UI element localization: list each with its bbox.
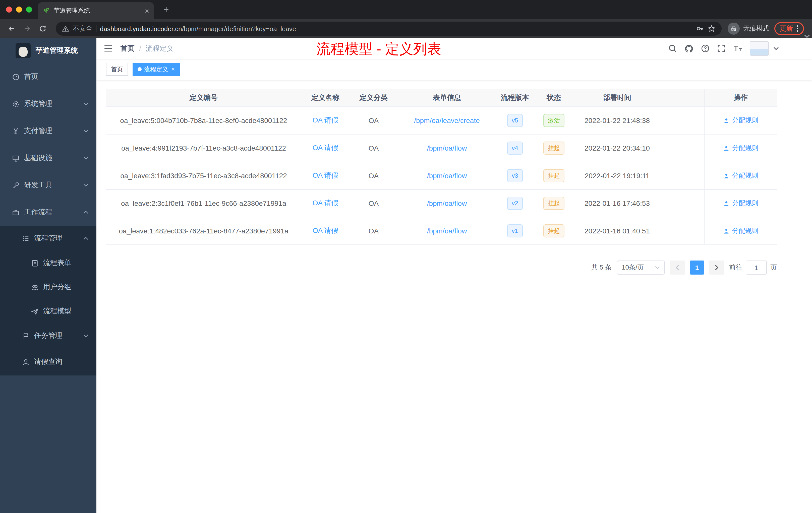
fullscreen-icon[interactable] (717, 44, 726, 53)
sidebar-item-label: 基础设施 (24, 154, 52, 163)
cell-definition-id: oa_leave:1:482ec033-762a-11ec-8477-a2380… (106, 217, 301, 244)
sidebar-item-payment[interactable]: 支付管理 (0, 117, 96, 145)
sidebar-item-workflow[interactable]: 工作流程 (0, 199, 96, 226)
logo-avatar (16, 43, 31, 58)
search-icon[interactable] (668, 44, 677, 53)
page-content: 定义编号 定义名称 定义分类 表单信息 流程版本 状态 部署时间 操作 oa_l… (96, 80, 812, 513)
sidebar-item-user-group[interactable]: 用户分组 (0, 275, 96, 299)
sidebar-item-process-model[interactable]: 流程模型 (0, 299, 96, 323)
assign-rule-link[interactable]: 分配规则 (723, 116, 758, 125)
toolbar-overflow-chevron-icon[interactable] (804, 34, 810, 38)
tab-close-icon[interactable]: × (145, 7, 149, 14)
assign-rule-link[interactable]: 分配规则 (723, 144, 758, 153)
browser-menu-dots-icon[interactable] (796, 25, 799, 33)
sidebar-item-task-management[interactable]: 任务管理 (0, 323, 96, 349)
window-minimize-button[interactable] (16, 6, 22, 12)
sidebar-item-devtools[interactable]: 研发工具 (0, 172, 96, 199)
table-row: oa_leave:1:482ec033-762a-11ec-8477-a2380… (106, 217, 777, 245)
tag-process-definition[interactable]: 流程定义 × (133, 63, 180, 76)
main-area: 首页 / 流程定义 流程模型 - 定义列表 (96, 38, 812, 513)
sidebar-item-label: 系统管理 (24, 99, 52, 109)
definition-name-link[interactable]: OA 请假 (313, 116, 339, 125)
password-key-icon[interactable] (696, 25, 704, 33)
bookmark-star-icon[interactable] (707, 25, 716, 33)
incognito-icon (728, 23, 740, 35)
sidebar-logo[interactable]: 芋道管理系统 (0, 38, 96, 63)
tag-label: 首页 (111, 65, 123, 73)
form-link[interactable]: /bpm/oa/flow (427, 144, 467, 152)
forward-button[interactable] (21, 22, 34, 35)
help-icon[interactable] (701, 44, 709, 53)
form-link[interactable]: /bpm/oa/flow (427, 227, 467, 235)
table-header-row: 定义编号 定义名称 定义分类 表单信息 流程版本 状态 部署时间 操作 (106, 89, 777, 107)
breadcrumb-home[interactable]: 首页 (120, 44, 135, 53)
version-badge: v5 (507, 114, 522, 127)
url-path: /bpm/manager/definition?key=oa_leave (182, 25, 296, 32)
form-link[interactable]: /bpm/oa/leave/create (414, 117, 480, 124)
avatar-caret-down-icon[interactable] (773, 47, 779, 50)
form-link[interactable]: /bpm/oa/flow (427, 172, 467, 180)
pagination-next-button[interactable] (709, 261, 724, 275)
github-icon[interactable] (685, 44, 694, 53)
assign-rule-link[interactable]: 分配规则 (723, 227, 758, 235)
cell-definition-id: oa_leave:2:3c1f0ef1-76b1-11ec-9c66-a2380… (106, 190, 301, 217)
cell-category: OA (349, 217, 398, 244)
pagination: 共 5 条 10条/页 1 前往 (96, 261, 777, 275)
column-header-form: 表单信息 (398, 89, 496, 107)
sidebar-item-process-form[interactable]: 流程表单 (0, 251, 96, 275)
users-icon (31, 283, 39, 291)
window-close-button[interactable] (6, 6, 12, 12)
cell-category: OA (349, 134, 398, 162)
sidebar-item-leave-query[interactable]: 请假查询 (0, 349, 96, 375)
cell-spacer (660, 162, 704, 189)
browser-tab[interactable]: 芋道管理系统 × (38, 2, 154, 19)
column-header-deploy-time: 部署时间 (574, 89, 660, 107)
sidebar-collapse-button[interactable] (104, 45, 113, 52)
tag-close-icon[interactable]: × (171, 66, 175, 72)
status-badge: 激活 (543, 114, 564, 127)
column-header-spacer (660, 89, 704, 107)
omnibox-divider (96, 25, 96, 32)
definition-name-link[interactable]: OA 请假 (313, 227, 339, 235)
wrench-icon (12, 181, 20, 189)
definition-name-link[interactable]: OA 请假 (313, 199, 339, 208)
column-header-category: 定义分类 (349, 89, 398, 107)
font-size-icon[interactable] (733, 44, 742, 53)
pagination-prev-button[interactable] (670, 261, 685, 275)
definition-name-link[interactable]: OA 请假 (313, 171, 339, 180)
window-zoom-button[interactable] (26, 6, 32, 12)
yen-icon (12, 127, 20, 135)
chevron-down-icon (83, 129, 88, 132)
browser-update-button[interactable]: 更新 (774, 22, 804, 35)
user-avatar[interactable] (750, 41, 769, 56)
tag-home[interactable]: 首页 (106, 63, 128, 76)
chevron-down-icon (83, 334, 88, 337)
reload-button[interactable] (36, 22, 49, 35)
cell-deploy-time: 2022-01-22 21:48:38 (574, 107, 660, 134)
monitor-icon (12, 154, 20, 162)
sidebar-item-system[interactable]: 系统管理 (0, 90, 96, 117)
sidebar-item-process-management[interactable]: 流程管理 (0, 226, 96, 251)
sidebar-item-label: 流程管理 (34, 234, 62, 243)
assign-rule-link[interactable]: 分配规则 (723, 171, 758, 180)
cell-spacer (660, 217, 704, 244)
tab-favicon-leaf-icon (43, 7, 50, 14)
pagination-page-1[interactable]: 1 (690, 261, 704, 275)
definition-name-link[interactable]: OA 请假 (313, 144, 339, 153)
page-size-select[interactable]: 10条/页 (617, 261, 665, 275)
column-header-id: 定义编号 (106, 89, 301, 107)
sidebar-item-infrastructure[interactable]: 基础设施 (0, 145, 96, 172)
assign-rule-link[interactable]: 分配规则 (723, 199, 758, 208)
cell-definition-id: oa_leave:5:004b710b-7b8a-11ec-8ef0-acde4… (106, 107, 301, 134)
form-link[interactable]: /bpm/oa/flow (427, 199, 467, 207)
browser-toolbar: 不安全 dashboard.yudao.iocoder.cn/bpm/manag… (0, 19, 812, 38)
back-button[interactable] (5, 22, 18, 35)
breadcrumb-current: 流程定义 (146, 44, 174, 53)
address-bar[interactable]: 不安全 dashboard.yudao.iocoder.cn/bpm/manag… (56, 22, 722, 36)
goto-page-input[interactable] (746, 261, 767, 275)
person-icon (22, 358, 30, 366)
status-badge: 挂起 (543, 169, 564, 182)
sidebar-item-home[interactable]: 首页 (0, 63, 96, 90)
new-tab-button[interactable]: + (161, 4, 172, 15)
cell-deploy-time: 2022-01-22 19:19:11 (574, 162, 660, 189)
